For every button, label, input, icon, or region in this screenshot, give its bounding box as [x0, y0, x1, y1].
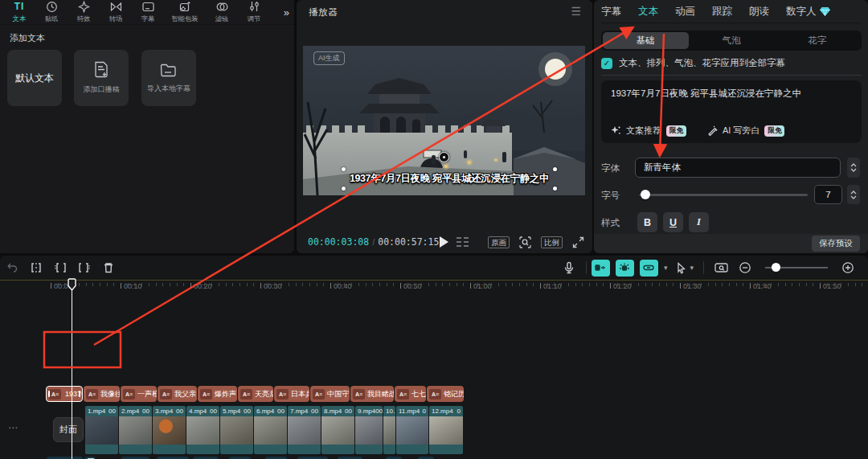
track-options-icon[interactable]: ⋯ — [8, 422, 18, 433]
text-clip[interactable]: A≡1937年 — [46, 386, 83, 402]
playhead-handle[interactable] — [68, 278, 76, 293]
save-preset-button[interactable]: 保存预设 — [812, 236, 860, 252]
fullscreen-icon[interactable] — [572, 236, 584, 248]
copy-recommend-button[interactable]: 文案推荐 — [626, 125, 661, 137]
split-icon[interactable] — [24, 261, 48, 274]
ruler-tick — [393, 283, 394, 286]
text-clip[interactable]: A≡天亮后 — [238, 386, 273, 402]
select-cursor-icon[interactable] — [672, 262, 690, 274]
video-clip[interactable]: 10. — [383, 406, 395, 454]
text-clip[interactable]: A≡铭记历 — [427, 386, 464, 402]
tab-2[interactable]: 动画 — [675, 5, 695, 18]
video-canvas[interactable]: AI生成 1937年7月7日夜晚 宛平县城还沉浸在宁静之中 — [303, 46, 585, 195]
tab-3[interactable]: 跟踪 — [712, 5, 732, 18]
sub-tab-1[interactable]: 气泡 — [689, 32, 775, 49]
playhead-line[interactable] — [72, 279, 72, 459]
filmstrip-icon[interactable] — [457, 237, 469, 248]
toolbar-item-text-tool[interactable]: TI文本 — [3, 1, 35, 24]
auto-snap-icon[interactable] — [592, 260, 610, 277]
linkage-icon[interactable] — [640, 260, 658, 277]
quality-badge[interactable]: 原画 — [488, 236, 510, 248]
italic-button[interactable]: I — [689, 212, 709, 232]
sub-tab-2[interactable]: 花字 — [774, 32, 860, 49]
video-clip[interactable]: 2.mp400 — [119, 406, 152, 454]
timeline-ruler[interactable]: 00:0000:1000:2000:3000:4000:5001:0001:10… — [0, 280, 868, 293]
tab-4[interactable]: 朗读 — [749, 5, 769, 18]
delete-icon[interactable] — [96, 261, 121, 274]
play-button[interactable] — [440, 236, 448, 248]
text-clip[interactable]: A≡一声枪 — [121, 386, 157, 402]
font-size-slider[interactable] — [639, 194, 808, 196]
cover-button[interactable]: 封面 — [53, 417, 84, 442]
toolbar-item-transition[interactable]: 转场 — [100, 1, 132, 24]
video-clip[interactable]: 6.mp400 — [254, 406, 287, 454]
focus-zoom-icon[interactable] — [519, 236, 531, 248]
text-clip[interactable]: A≡中国守 — [310, 386, 350, 402]
text-clip-label: 铭记历 — [444, 389, 464, 400]
text-clip[interactable]: A≡我像往 — [84, 386, 120, 402]
toolbar-item-smart-pack[interactable]: 智能包装 — [164, 1, 206, 24]
bold-button[interactable]: B — [637, 212, 657, 232]
player-menu-icon[interactable]: ☰ — [571, 5, 581, 18]
rotate-handle-icon[interactable] — [439, 152, 449, 162]
card-folder[interactable]: 导入本地字幕 — [141, 50, 196, 106]
video-clip[interactable]: 7.mp400 — [288, 406, 321, 454]
timeline-zoom-slider[interactable] — [765, 267, 828, 268]
toolbar-item-sticker[interactable]: 贴纸 — [35, 1, 68, 24]
video-clip[interactable]: 1.mp400 — [85, 406, 118, 454]
video-clip[interactable]: 4.mp400 — [186, 406, 219, 454]
video-clip[interactable]: 11.mp40 — [396, 406, 428, 454]
underline-button[interactable]: U — [663, 212, 683, 232]
chevron-down-icon[interactable]: ▾ — [690, 264, 694, 272]
sub-tab-0[interactable]: 基础 — [603, 32, 689, 49]
undo-icon[interactable] — [0, 261, 24, 274]
toolbar-item-adjust[interactable]: 调节 — [238, 1, 270, 24]
timeline-zoom-handle[interactable] — [772, 263, 780, 272]
card-default-text[interactable]: 默认文本 — [7, 50, 62, 106]
magnet-adsorb-icon[interactable] — [616, 260, 634, 277]
chevron-down-icon[interactable]: ▾ — [664, 264, 668, 272]
checkbox-checked-icon[interactable]: ✓ — [601, 58, 612, 69]
text-clip[interactable]: A≡爆炸声 — [198, 386, 237, 402]
trim-left-icon[interactable] — [48, 261, 72, 274]
ruler-tick — [296, 283, 297, 286]
toolbar-item-effects[interactable]: 特效 — [68, 1, 100, 24]
record-voiceover-icon[interactable] — [557, 261, 581, 274]
resize-handle[interactable] — [342, 186, 346, 191]
font-select[interactable]: 新青年体 — [635, 158, 841, 178]
toolbar-item-filters[interactable]: 滤镜 — [206, 1, 238, 24]
subtitle-text-input[interactable]: 1937年7月7日夜晚 宛平县城还沉浸在宁静之中 文案推荐 限免 AI 写旁白 … — [601, 80, 862, 143]
resize-handle[interactable] — [553, 167, 557, 171]
font-size-stepper[interactable] — [847, 185, 860, 204]
subtitle-selection-box[interactable]: 1937年7月7日夜晚 宛平县城还沉浸在宁静之中 — [343, 169, 555, 189]
zoom-in-icon[interactable] — [836, 261, 860, 274]
trim-right-icon[interactable] — [72, 261, 96, 274]
video-clip[interactable]: 12.mp40 — [429, 406, 463, 454]
zoom-out-icon[interactable] — [733, 261, 757, 274]
ruler-time-label: 01:00 — [473, 282, 492, 290]
video-clip[interactable]: 9.mp400 — [355, 406, 383, 454]
preview-axis-icon[interactable] — [709, 262, 733, 273]
text-clip[interactable]: A≡七七事 — [395, 386, 426, 402]
video-clip[interactable]: 8.mp400 — [321, 406, 354, 454]
tab-5[interactable]: 数字人 — [786, 5, 830, 18]
toolbar-item-captions[interactable]: 字幕 — [132, 1, 164, 24]
video-clip[interactable]: 3.mp400 — [153, 406, 186, 454]
apply-to-all-row[interactable]: ✓ 文本、排列、气泡、花字应用到全部字幕 — [601, 57, 785, 69]
ruler-tick — [855, 283, 856, 286]
text-clip[interactable]: A≡我父亲 — [158, 386, 197, 402]
video-clip[interactable]: 5.mp400 — [220, 406, 253, 454]
text-clip[interactable]: A≡我目睹战 — [350, 386, 394, 402]
font-size-slider-handle[interactable] — [641, 190, 650, 199]
tab-0[interactable]: 字幕 — [601, 5, 621, 18]
card-script-doc[interactable]: 添加口播稿 — [74, 50, 129, 106]
expand-toolbar-icon[interactable]: » — [284, 6, 288, 18]
ratio-badge[interactable]: 比例 — [541, 236, 563, 248]
tab-text[interactable]: 文本 — [638, 5, 658, 18]
resize-handle[interactable] — [342, 167, 346, 171]
ai-voiceover-button[interactable]: AI 写旁白 — [723, 125, 760, 137]
text-clip[interactable]: A≡日本兵 — [274, 386, 309, 402]
font-stepper[interactable] — [847, 158, 860, 178]
font-size-value[interactable]: 7 — [814, 185, 842, 204]
resize-handle[interactable] — [553, 186, 557, 191]
